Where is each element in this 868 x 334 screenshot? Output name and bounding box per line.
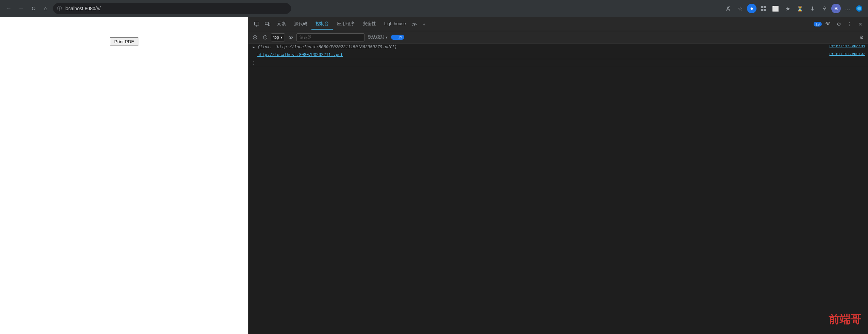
svg-rect-2: [761, 9, 763, 11]
context-label: top: [273, 35, 279, 40]
more-tabs-btn[interactable]: ≫: [410, 19, 420, 29]
console-output: ▶ {link: 'http://localhost:8080/P0202211…: [249, 43, 868, 334]
url-text: localhost:8080/#/: [65, 6, 101, 11]
context-arrow: ▾: [280, 35, 283, 40]
svg-line-11: [264, 36, 266, 38]
console-entry-2: ▶ http://localhost:8080/P0202211….pdf Pr…: [249, 51, 868, 59]
browser-chrome: ← → ↻ ⌂ ⓘ localhost:8080/#/ A̸ ☆ ● ⬜ ★ ⏳…: [0, 0, 868, 17]
addons-btn[interactable]: ⚘: [819, 3, 830, 14]
console-badge: 19: [814, 22, 822, 27]
eye-btn[interactable]: [286, 33, 295, 42]
tab-console[interactable]: 控制台: [311, 19, 333, 30]
svg-point-13: [290, 37, 291, 38]
console-source-1[interactable]: PrintList.vue:31: [822, 44, 865, 48]
forward-button[interactable]: →: [16, 4, 26, 13]
tab-application[interactable]: 应用程序: [333, 19, 359, 30]
profile-avatar[interactable]: ●: [747, 4, 756, 13]
svg-rect-1: [764, 6, 766, 8]
browser-actions: A̸ ☆ ● ⬜ ★ ⏳ ⬇ ⚘ B …: [722, 3, 864, 14]
translate-btn[interactable]: A̸: [722, 3, 733, 14]
user-avatar[interactable]: B: [831, 4, 841, 13]
tab-security[interactable]: 安全性: [359, 19, 380, 30]
broadcast-btn[interactable]: [823, 19, 833, 29]
svg-rect-4: [255, 22, 259, 25]
svg-rect-5: [265, 22, 269, 24]
devtools-tabs: 元素 源代码 控制台 应用程序 安全性 Lighthouse ≫ + 19: [249, 17, 868, 31]
console-link-2[interactable]: http://localhost:8080/P0202211….pdf: [257, 53, 343, 57]
refresh-button[interactable]: ↻: [29, 4, 38, 13]
favorites-bar-btn[interactable]: ★: [782, 3, 793, 14]
level-selector[interactable]: 默认级别 ▾: [366, 34, 390, 41]
user-initial: B: [834, 6, 838, 11]
watermark: 前端哥: [829, 312, 861, 327]
svg-point-7: [827, 23, 829, 25]
console-entry-1: ▶ {link: 'http://localhost:8080/P0202211…: [249, 43, 868, 51]
console-toolbar: top ▾ 默认级别 ▾ 19 ⚙: [249, 31, 868, 43]
print-pdf-button[interactable]: Print PDF: [110, 37, 138, 46]
level-arrow: ▾: [386, 35, 388, 40]
main-area: Print PDF 元素 源代码 控制台 应用程序 安全性: [0, 17, 868, 334]
console-entry-3: 〉: [249, 59, 868, 66]
page-content: Print PDF: [0, 17, 248, 334]
close-devtools-btn[interactable]: ✕: [856, 19, 865, 29]
svg-rect-6: [268, 23, 270, 25]
history-btn[interactable]: ⏳: [795, 3, 805, 14]
no-entry-btn[interactable]: [261, 33, 270, 42]
tab-elements[interactable]: 元素: [273, 19, 290, 30]
console-text-1: {link: 'http://localhost:8080/P020221115…: [257, 45, 397, 50]
downloads-btn[interactable]: ⬇: [807, 3, 818, 14]
devtools-tab-actions: 19 ⚙ ⋮ ✕: [814, 19, 865, 29]
level-label: 默认级别: [368, 34, 384, 40]
filter-input[interactable]: [296, 33, 364, 41]
profile-icon: ●: [750, 5, 753, 12]
console-settings-btn[interactable]: ⚙: [857, 33, 866, 42]
svg-rect-0: [761, 6, 763, 8]
info-icon: ⓘ: [57, 5, 62, 12]
devtools-panel: 元素 源代码 控制台 应用程序 安全性 Lighthouse ≫ + 19: [248, 17, 868, 334]
split-view-btn[interactable]: ⬜: [770, 3, 781, 14]
more-btn[interactable]: …: [842, 3, 853, 14]
expand-btn-1[interactable]: ▶: [251, 45, 256, 50]
console-arrow-3[interactable]: 〉: [251, 60, 256, 65]
add-tab-btn[interactable]: +: [420, 19, 429, 29]
console-source-2[interactable]: PrintList.vue:32: [822, 52, 865, 56]
tab-lighthouse[interactable]: Lighthouse: [380, 19, 410, 29]
settings-btn[interactable]: ⚙: [834, 19, 844, 29]
clear-console-btn[interactable]: [251, 33, 259, 42]
edge-logo: [854, 4, 864, 13]
address-bar[interactable]: ⓘ localhost:8080/#/: [53, 3, 291, 14]
toolbar-badge: 19: [391, 35, 404, 39]
tab-sources[interactable]: 源代码: [290, 19, 311, 30]
device-toolbar-icon[interactable]: [262, 19, 273, 30]
svg-point-14: [393, 36, 396, 39]
kebab-menu-btn[interactable]: ⋮: [845, 19, 854, 29]
back-button[interactable]: ←: [4, 4, 14, 13]
extensions-btn[interactable]: [758, 3, 769, 14]
inspect-element-icon[interactable]: [251, 19, 262, 30]
home-button[interactable]: ⌂: [41, 4, 50, 13]
favorites-btn[interactable]: ☆: [735, 3, 746, 14]
svg-rect-3: [764, 9, 766, 11]
context-selector[interactable]: top ▾: [271, 33, 285, 41]
